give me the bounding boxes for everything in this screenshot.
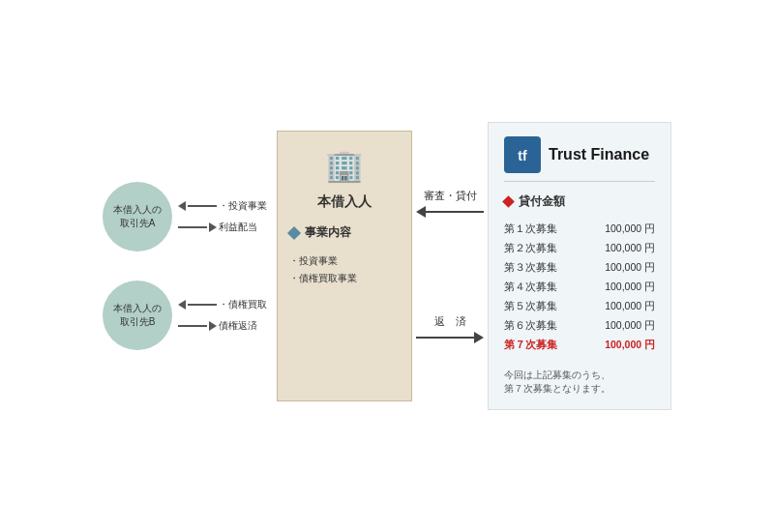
main-container: 本借入人の 取引先A ・投資事業 利益配当 本借入人の 取引先B [0,0,774,532]
row-3-label: 第３次募集 [504,258,557,278]
arrow-hensan-label: 返 済 [434,314,466,329]
lending-row-1: 第１次募集 100,000 円 [504,220,655,239]
row-2-label: 第２次募集 [504,239,557,258]
arrows-group-b: ・債権買取 債権返済 [178,298,267,333]
arrow-text-a2: 利益配当 [219,221,257,234]
right-section: tf Trust Finance 貸付金額 第１次募集 100,000 円 第２… [488,122,671,410]
arrowhead-right-a2 [209,222,217,232]
lending-label: 貸付金額 [519,193,565,210]
row-7-label: 第７次募集 [504,336,557,355]
section-title: 事業内容 [305,224,351,241]
arrows-group-a: ・投資事業 利益配当 [178,199,267,234]
business-item-2: ・債権買取事業 [289,270,357,287]
building-icon: 🏢 [325,147,364,184]
circle-a-label: 本借入人の 取引先A [113,203,162,230]
line-hensan [416,337,474,339]
business-list: ・投資事業 ・債権買取事業 [289,252,357,287]
arrow-line-b2 [178,325,207,327]
circle-b: 本借入人の 取引先B [103,281,172,350]
lending-row-4: 第４次募集 100,000 円 [504,278,655,297]
row-4-amount: 100,000 円 [605,278,655,297]
row-1-label: 第１次募集 [504,220,557,239]
arrow-b-1: ・債権買取 [178,298,267,311]
arrowhead-shinsa [416,206,426,218]
lending-title: 貸付金額 [504,193,655,210]
arrow-line-b1 [188,304,217,306]
tf-logo: tf [504,136,541,173]
red-diamond-icon [502,195,515,208]
row-3-amount: 100,000 円 [605,258,655,278]
row-2-amount: 100,000 円 [605,239,655,258]
lending-row-3: 第３次募集 100,000 円 [504,258,655,278]
arrow-line-a2 [178,226,207,228]
line-shinsa [426,211,484,213]
row-6-label: 第６次募集 [504,316,557,336]
row-6-amount: 100,000 円 [605,316,655,336]
svg-text:tf: tf [518,148,527,163]
arrow-text-b1: ・債権買取 [219,298,267,311]
center-title: 本借入人 [317,193,372,211]
arrow-line-a1 [188,205,217,207]
arrowhead-left-a1 [178,201,186,211]
arrow-text-a1: ・投資事業 [219,199,267,213]
arrow-a-1: ・投資事業 [178,199,267,213]
row-1-amount: 100,000 円 [605,220,655,239]
arrow-a-2: 利益配当 [178,221,257,234]
row-4-label: 第４次募集 [504,278,557,297]
circle-group-a: 本借入人の 取引先A ・投資事業 利益配当 [103,182,267,251]
business-item-1: ・投資事業 [289,252,357,270]
arrow-shinsa-arrow [416,206,484,218]
lending-table: 第１次募集 100,000 円 第２次募集 100,000 円 第３次募集 10… [504,220,655,355]
tf-company-name: Trust Finance [549,146,649,163]
middle-arrows-container: 審査・貸付 返 済 [416,140,484,392]
tf-logo-svg: tf [508,140,537,169]
lending-row-7: 第７次募集 100,000 円 [504,336,655,355]
lending-row-2: 第２次募集 100,000 円 [504,239,655,258]
row-7-amount: 100,000 円 [605,336,655,355]
arrow-shinsa: 審査・貸付 [416,189,484,218]
business-section-header: 事業内容 [289,224,351,241]
arrow-b-2: 債権返済 [178,319,257,333]
arrowhead-right-b2 [209,321,217,331]
circle-group-b: 本借入人の 取引先B ・債権買取 債権返済 [103,281,267,350]
arrowhead-left-b1 [178,300,186,310]
arrow-text-b2: 債権返済 [219,319,257,333]
note-text: 今回は上記募集のうち、 第７次募集となります。 [504,369,655,397]
diamond-icon [287,225,301,239]
arrow-hensan-arrow [416,332,484,343]
circle-a: 本借入人の 取引先A [103,182,172,251]
arrow-hensan: 返 済 [416,314,484,343]
left-section: 本借入人の 取引先A ・投資事業 利益配当 本借入人の 取引先B [103,182,267,350]
row-5-amount: 100,000 円 [605,297,655,316]
arrowhead-hensan [474,332,484,343]
row-5-label: 第５次募集 [504,297,557,316]
center-box: 🏢 本借入人 事業内容 ・投資事業 ・債権買取事業 [277,131,412,401]
lending-row-5: 第５次募集 100,000 円 [504,297,655,316]
note-content: 今回は上記募集のうち、 第７次募集となります。 [504,369,610,394]
circle-b-label: 本借入人の 取引先B [113,302,162,329]
arrow-shinsa-label: 審査・貸付 [424,189,477,203]
tf-header: tf Trust Finance [504,136,655,182]
lending-row-6: 第６次募集 100,000 円 [504,316,655,336]
